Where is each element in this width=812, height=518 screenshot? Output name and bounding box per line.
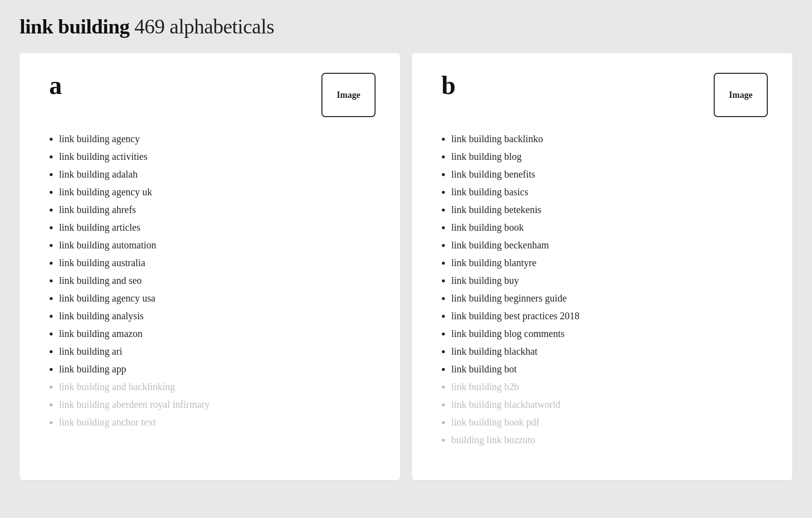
title-count: 469 (135, 15, 165, 38)
title-count-label: 469 alphabeticals (135, 15, 274, 38)
list-item[interactable]: link building best practices 2018 (451, 309, 768, 323)
list-item[interactable]: link building agency usa (59, 291, 376, 305)
section-b-letter: b (441, 73, 456, 98)
list-item[interactable]: link building blackhatworld (451, 397, 768, 411)
title-keyword: link building (20, 15, 130, 38)
list-item[interactable]: link building aberdeen royal infirmary (59, 397, 376, 411)
list-item[interactable]: link building agency uk (59, 185, 376, 199)
list-item[interactable]: link building backlinko (451, 132, 768, 146)
list-item[interactable]: link building anchor text (59, 415, 376, 429)
section-a-header: aImage (49, 73, 376, 117)
page-title: link building 469 alphabeticals (20, 15, 792, 38)
section-a-image-placeholder[interactable]: Image (321, 73, 376, 117)
list-item[interactable]: link building buy (451, 274, 768, 287)
list-item[interactable]: link building benefits (451, 167, 768, 181)
list-item[interactable]: link building activities (59, 150, 376, 163)
title-suffix: alphabeticals (170, 15, 274, 38)
list-item[interactable]: link building book pdf (451, 415, 768, 429)
section-b-card: bImagelink building backlinkolink buildi… (412, 53, 792, 480)
list-item[interactable]: link building beckenham (451, 238, 768, 252)
list-item[interactable]: link building betekenis (451, 203, 768, 216)
section-b-keyword-list: link building backlinkolink building blo… (441, 132, 768, 447)
list-item[interactable]: link building adalah (59, 167, 376, 181)
list-item[interactable]: link building analysis (59, 309, 376, 323)
list-item[interactable]: link building book (451, 220, 768, 234)
list-item[interactable]: link building articles (59, 220, 376, 234)
list-item[interactable]: link building blackhat (451, 344, 768, 358)
section-a-letter: a (49, 73, 62, 98)
section-a-keyword-list: link building agencylink building activi… (49, 132, 376, 429)
list-item[interactable]: link building ahrefs (59, 203, 376, 216)
list-item[interactable]: link building bot (451, 362, 768, 376)
list-item[interactable]: link building and seo (59, 274, 376, 287)
columns-wrapper: aImagelink building agencylink building … (20, 53, 792, 480)
list-item[interactable]: link building b2b (451, 380, 768, 394)
list-item[interactable]: link building and backlinking (59, 380, 376, 394)
list-item[interactable]: building link bozzuto (451, 433, 768, 447)
list-item[interactable]: link building australia (59, 256, 376, 270)
list-item[interactable]: link building beginners guide (451, 291, 768, 305)
list-item[interactable]: link building amazon (59, 327, 376, 340)
section-a-card: aImagelink building agencylink building … (20, 53, 400, 480)
list-item[interactable]: link building blantyre (451, 256, 768, 270)
list-item[interactable]: link building automation (59, 238, 376, 252)
list-item[interactable]: link building basics (451, 185, 768, 199)
section-b-image-placeholder[interactable]: Image (714, 73, 768, 117)
list-item[interactable]: link building app (59, 362, 376, 376)
list-item[interactable]: link building blog (451, 150, 768, 163)
list-item[interactable]: link building ari (59, 344, 376, 358)
list-item[interactable]: link building blog comments (451, 327, 768, 340)
list-item[interactable]: link building agency (59, 132, 376, 146)
section-b-header: bImage (441, 73, 768, 117)
